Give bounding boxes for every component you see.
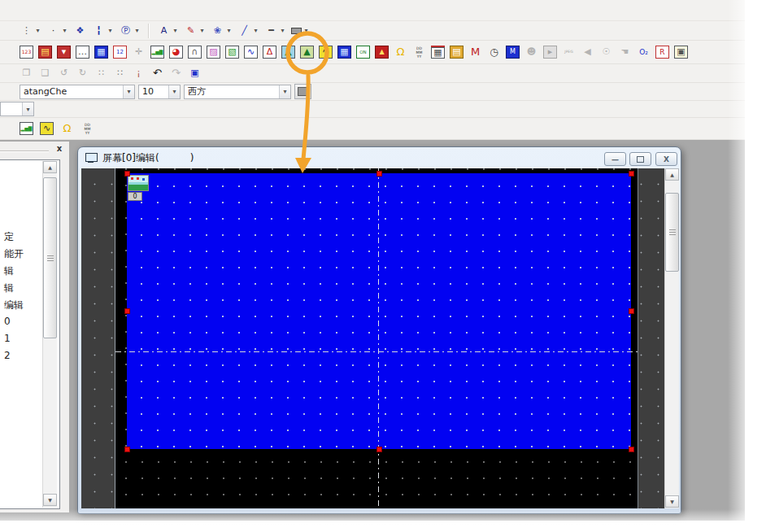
toolbar-button-pie-graph[interactable]: ◕ [169,46,183,59]
toolbar-button-alarm-bell[interactable]: Ω [394,46,407,59]
selection-handle[interactable] [376,171,382,177]
chevron-down-icon[interactable]: ▾ [168,85,180,98]
dropdown-arrow-icon[interactable]: ▾ [34,27,41,34]
toolbar-button-vector-picture[interactable]: ▲ [300,46,314,59]
scroll-down-icon[interactable]: ▼ [665,495,679,508]
toolbar-button-char-display[interactable]: 12 [113,46,127,59]
toolbar-button-report-clipboard[interactable]: ▤ [450,46,464,59]
scroll-up-icon[interactable]: ▲ [43,161,57,173]
toolbar-button-alarm-bell-mini[interactable]: Ω [60,122,74,135]
toolbar-button-spacing-tool[interactable]: ╏▾ [92,24,114,37]
dropdown-arrow-icon[interactable]: ▾ [107,27,114,34]
toolbar-button-memory-card[interactable]: M [506,46,520,59]
scroll-down-icon[interactable]: ▼ [43,494,57,506]
editor-canvas-area[interactable]: 0 ▲ ▼ [81,168,679,508]
canvas-scroll-thumb[interactable] [665,193,679,272]
toolbar-button-fill-color[interactable]: ❖ [73,24,87,37]
toolbar-button-p-mark[interactable]: Ⓟ▾ [119,24,141,37]
chevron-down-icon[interactable]: ▾ [279,85,290,98]
sidebar-item[interactable]: 辑 [4,264,14,279]
dropdown-arrow-icon[interactable]: ▾ [198,27,206,34]
toolbar-button-digital-display[interactable]: ▤ [38,46,52,59]
toolbar-button-numeric-display[interactable]: 123 [20,46,33,59]
charset-combo[interactable]: 西方 ▾ [184,85,291,99]
toolbar-button-register-r[interactable]: R [655,46,669,59]
sidebar-item[interactable]: 能开 [4,247,24,262]
window-titlebar[interactable]: 屏幕[0]编辑( ) [78,147,681,168]
toolbar-button-pin-tool[interactable]: ¡ [132,67,146,80]
sidebar-scroll-thumb[interactable] [43,177,57,338]
toolbar-button-flask[interactable]: Δ [263,46,276,59]
toolbar-button-hatch-rect-a[interactable]: ▨ [207,46,220,59]
dropdown-arrow-icon[interactable]: ▾ [302,27,310,34]
toolbar-button-touch-key[interactable]: ▼ [57,46,71,59]
toolbar-button-point-tool[interactable]: ·▾ [46,24,68,37]
font-name-combo[interactable]: atangChe ▾ [20,85,135,99]
dropdown-arrow-icon[interactable]: ▾ [172,27,179,34]
sidebar-item[interactable]: 0 [4,316,11,330]
toolbar-button-hatch-rect-b[interactable]: ▧ [225,46,239,59]
selection-handle[interactable] [124,308,130,314]
sidebar-item[interactable]: 辑 [4,281,14,296]
sidebar-grip[interactable] [0,150,49,152]
selection-handle[interactable] [124,171,130,177]
toolbar-button-meter-gauge[interactable]: ∩ [188,46,202,59]
toolbar-button-date-display[interactable]: DDMMYY [412,46,426,59]
sidebar-item[interactable]: 定 [4,230,14,245]
selection-handle[interactable] [376,447,382,452]
picture-widget[interactable] [128,175,149,191]
empty-combo[interactable]: ▾ [0,102,34,116]
selection-handle[interactable] [124,447,130,452]
toolbar-button-timer[interactable]: ◷ [487,46,501,59]
toolbar-button-font-style[interactable]: A▾ [157,24,179,37]
sidebar-item[interactable]: 编辑 [4,299,24,313]
dropdown-arrow-icon[interactable]: ▾ [61,27,68,34]
sidebar-scrollbar[interactable]: ▲ ▼ [42,161,57,508]
restore-button[interactable] [629,152,651,166]
toolbar-button-alarm-display[interactable]: ▲ [375,46,389,59]
toolbar-button-bitmap-picture[interactable]: ▲ [281,46,295,59]
dropdown-arrow-icon[interactable]: ▾ [225,27,233,34]
selection-handle[interactable] [629,171,634,177]
toolbar-button-bar-graph[interactable]: ▂▅▇ [150,46,164,59]
chevron-down-icon[interactable]: ▾ [22,102,33,116]
selected-blue-rectangle[interactable] [127,173,631,449]
toolbar-button-hline-tool[interactable]: ━▾ [264,24,286,37]
chevron-down-icon[interactable]: ▾ [123,85,134,98]
close-button[interactable]: X [655,152,677,166]
dropdown-arrow-icon[interactable]: ▾ [252,27,259,34]
dropdown-arrow-icon[interactable]: ▾ [279,27,286,34]
font-size-combo[interactable]: 10 ▾ [138,85,181,99]
toolbar-button-xy-graph-mini[interactable]: ∿ [40,122,54,135]
minimize-button[interactable]: — [604,152,626,166]
dropdown-arrow-icon[interactable]: ▾ [133,27,141,34]
toolbar-button-panel-frame[interactable]: ▣ [674,46,688,59]
canvas-vscrollbar[interactable]: ▲ ▼ [664,168,679,508]
toolbar-button-pointer-mode[interactable]: ▣ [188,67,202,80]
scroll-up-icon[interactable]: ▲ [665,168,679,181]
toolbar-button-undo[interactable]: ↶ [150,67,164,80]
selection-handle[interactable] [629,447,634,452]
toolbar-button-calendar[interactable]: ▦ [431,46,445,59]
toolbar-button-rect-tool[interactable]: ▾ [291,27,310,34]
toolbar-button-partial-tool[interactable]: ⋮▾ [20,24,41,37]
toolbar-button-palette[interactable]: ❀▾ [211,24,233,37]
toolbar-button-line-tool[interactable]: ╱▾ [237,24,259,37]
sidebar-item[interactable]: 2 [4,350,11,364]
toolbar-button-onoff-display[interactable]: ON [356,46,370,59]
picture-widget-id: 0 [128,192,142,201]
toolbar-button-xy-graph[interactable]: ∿ [319,46,333,59]
font-color-button[interactable] [294,84,311,99]
toolbar-button-bar-graph-mini[interactable]: ▂▅▇ [20,122,33,135]
toolbar-button-trend-chart[interactable]: ∿ [244,46,258,59]
toolbar-button-macro-m[interactable]: M [468,46,482,59]
toolbar-button-pen-color[interactable]: ✎▾ [184,24,206,37]
sidebar-close-button[interactable]: x [54,142,65,154]
selection-handle[interactable] [629,308,634,314]
toolbar-button-message-display[interactable]: … [76,46,89,59]
toolbar-button-key-switch[interactable]: O₂ [637,46,651,59]
sidebar-item[interactable]: 1 [4,333,11,347]
toolbar-button-data-grid[interactable]: ▦ [94,46,108,59]
toolbar-button-date-display-mini[interactable]: DDMMYY [81,122,94,135]
toolbar-button-recipe-grid[interactable]: ▦ [337,46,351,59]
